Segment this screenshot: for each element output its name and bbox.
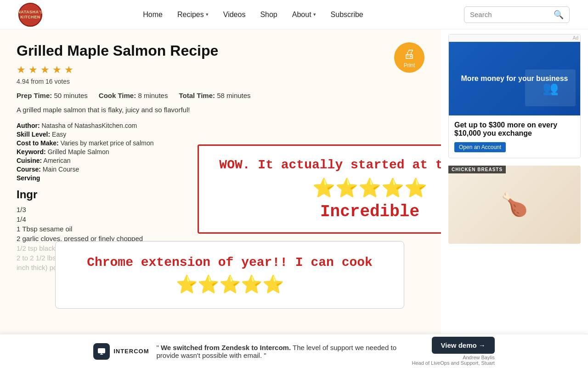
search-icon: 🔍 [554,10,564,20]
quote-open: " [156,344,158,351]
search-input[interactable] [470,11,550,18]
ad-image: 👥 More money for your business [449,42,580,115]
print-button[interactable]: 🖨 Print [394,42,424,73]
nav-home[interactable]: Home [143,11,163,19]
sidebar-ad[interactable]: Ad 👥 More money for your business Get up… [448,34,581,158]
star-3[interactable]: ★ [40,64,50,76]
recipe-description: A grilled maple salmon that is flaky, ju… [17,106,424,114]
intercom-text: " We switched from Zendesk to Intercom. … [156,344,404,359]
chicken-promo: 🍗 CHICKEN BREASTS [448,166,581,244]
search-bar[interactable]: 🔍 [464,6,570,23]
rating-stars-row: ★ ★ ★ ★ ★ [17,64,424,76]
overlay-wow: WOW. It actually started at the recipe! … [198,144,441,234]
ad-image-text: More money for your business [454,67,576,90]
intercom-logo: INTERCOM [93,343,149,360]
nav-about[interactable]: About ▾ [292,11,316,19]
ad-content-title: Get up to $300 more on every $10,000 you… [454,121,575,138]
overlay-chrome-text: Chrome extension of year!! I can cook [74,255,385,270]
star-4[interactable]: ★ [52,64,62,76]
star-2[interactable]: ★ [28,64,38,76]
chicken-label: CHICKEN BREASTS [448,166,506,173]
svg-rect-0 [98,348,105,353]
overlay-chrome: Chrome extension of year!! I can cook ⭐⭐… [55,241,404,309]
about-chevron: ▾ [313,12,316,17]
star-1[interactable]: ★ [17,64,26,76]
logo[interactable]: NATASHA'SKITCHEN [18,3,42,27]
total-time: Total Time: 58 minutes [179,92,250,99]
intercom-right: View demo → Andrew Baylis Head of LiveOp… [412,337,494,366]
print-icon: 🖨 [403,47,415,61]
header: NATASHA'SKITCHEN Home Recipes ▾ Videos S… [0,0,588,29]
rating-text: 4.94 from 16 votes [17,78,424,85]
main-area: 🖨 Print Grilled Maple Salmon Recipe ★ ★ … [0,29,588,368]
sidebar: Ad 👥 More money for your business Get up… [441,29,588,368]
star-5[interactable]: ★ [64,64,74,76]
overlay-wow-incredible: Incredible [215,202,441,221]
logo-circle: NATASHA'SKITCHEN [18,3,42,27]
intercom-quote-bold: We switched from Zendesk to Intercom. [161,344,291,351]
intercom-byline: Andrew Baylis Head of LiveOps and Suppor… [412,355,494,366]
intercom-banner: INTERCOM " We switched from Zendesk to I… [0,334,588,368]
time-row: Prep Time: 50 minutes Cook Time: 8 minut… [17,92,424,99]
ad-top-bar: Ad [449,34,580,42]
nav-recipes[interactable]: Recipes ▾ [177,11,209,19]
ad-content: Get up to $300 more on every $10,000 you… [449,115,580,158]
recipe-title: Grilled Maple Salmon Recipe [17,42,424,59]
prep-time: Prep Time: 50 minutes [17,92,88,99]
ad-badge: Ad [573,35,578,40]
quote-close: " [264,351,266,359]
overlay-chrome-stars: ⭐⭐⭐⭐⭐ [74,274,385,294]
nav-videos[interactable]: Videos [223,11,246,19]
nav-shop[interactable]: Shop [260,11,277,19]
overlay-wow-text: WOW. It actually started at the recipe! [215,157,441,173]
intercom-cta-button[interactable]: View demo → [432,337,495,354]
overlay-wow-stars: ⭐⭐⭐⭐⭐ [215,177,441,199]
content-area: 🖨 Print Grilled Maple Salmon Recipe ★ ★ … [0,29,441,368]
meta-author: Author: Natasha of NatashasKitchen.com [17,122,424,129]
recipes-chevron: ▾ [206,12,209,17]
print-label: Print [404,62,415,69]
cook-time: Cook Time: 8 minutes [99,92,168,99]
ad-cta-button[interactable]: Open an Account [454,142,506,152]
main-nav: Home Recipes ▾ Videos Shop About ▾ Subsc… [143,11,363,19]
intercom-icon [93,343,110,360]
meta-skill: Skill Level: Easy [17,131,424,138]
nav-subscribe[interactable]: Subscribe [331,11,363,19]
